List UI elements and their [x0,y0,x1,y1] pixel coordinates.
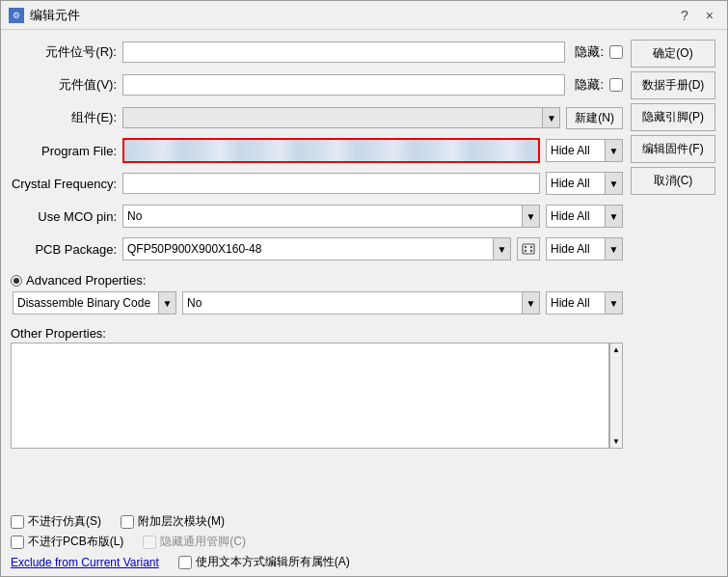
program-file-hide-arrow[interactable]: ▼ [605,140,622,161]
add-hierarchy-label: 附加层次模块(M) [138,513,225,530]
edit-firmware-button[interactable]: 编辑固件(F) [631,135,715,163]
other-label: Other Properties: [11,326,623,341]
exclude-variant-item: Exclude from Current Variant [11,554,159,570]
program-file-input[interactable] [124,140,538,161]
hide-common-label: 隐藏通用管脚(C) [160,534,246,550]
no-sim-label: 不进行仿真(S) [28,513,101,530]
hide-common-checkbox [143,536,156,549]
group-label: 组件(E): [11,109,117,126]
pcb-label: PCB Package: [11,242,117,257]
other-textarea-area: ▲ ▼ [11,343,623,449]
crystal-label: Crystal Frequency: [11,177,117,191]
svg-point-6 [530,250,532,252]
no-sim-checkbox[interactable] [11,515,24,529]
main-window: ⚙ 编辑元件 ? × 元件位号(R): U2 隐藏: [0,0,728,577]
val-hidden-checkbox[interactable] [609,78,623,92]
close-button[interactable]: × [700,6,719,25]
program-file-label: Program File: [11,144,117,158]
titlebar-left: ⚙ 编辑元件 [9,7,80,24]
other-props-section: Other Properties: ▲ ▼ [11,326,623,449]
pcb-hide-arrow[interactable]: ▼ [605,238,622,260]
mco-dropdown-arrow[interactable]: ▼ [522,206,539,227]
ref-label: 元件位号(R): [11,43,117,61]
program-file-row: Program File: Hide All ▼ [11,138,623,163]
ref-hidden-checkbox[interactable] [609,45,623,59]
advanced-label: Advanced Properties: [26,273,146,288]
program-file-wrapper [122,138,540,163]
window-title: 编辑元件 [30,7,80,24]
val-label: 元件值(V): [11,76,117,94]
no-pcb-item: 不进行PCB布版(L) [11,534,123,550]
footer: 不进行仿真(S) 附加层次模块(M) 不进行PCB布版(L) 隐藏通用管脚(C)… [1,508,727,576]
pcb-icon-button[interactable] [517,237,540,261]
footer-row-2: 不进行PCB布版(L) 隐藏通用管脚(C) [11,534,717,550]
val-input[interactable]: STM32F103C6 [122,74,565,96]
manual-button[interactable]: 数据手册(D) [631,71,715,99]
use-text-item: 使用文本方式编辑所有属性(A) [178,554,350,570]
ref-row: 元件位号(R): U2 隐藏: [11,40,623,65]
side-panel: 确定(O) 数据手册(D) 隐藏引脚(P) 编辑固件(F) 取消(C) [631,40,717,498]
pcb-row: PCB Package: QFP50P900X900X160-48 ▼ [11,236,623,261]
crystal-hide-all[interactable]: Hide All ▼ [546,172,623,195]
scroll-down-arrow[interactable]: ▼ [610,435,622,448]
cancel-button[interactable]: 取消(C) [631,167,715,195]
pcb-hide-all[interactable]: Hide All ▼ [546,237,623,261]
advanced-section: Advanced Properties: Disassemble Binary … [11,273,623,315]
mco-hide-arrow[interactable]: ▼ [605,206,622,227]
svg-point-4 [530,246,532,248]
use-text-label: 使用文本方式编辑所有属性(A) [196,554,350,570]
disassemble-hide-all[interactable]: Hide All ▼ [546,291,623,315]
disassemble-hide-arrow[interactable]: ▼ [605,292,622,314]
ref-input[interactable]: U2 [122,41,565,63]
svg-point-5 [525,250,526,252]
other-textarea[interactable] [11,343,609,449]
val-row: 元件值(V): STM32F103C6 隐藏: [11,72,623,97]
group-row: 组件(E): ▼ 新建(N) [11,105,623,130]
titlebar-controls: ? × [675,6,719,25]
footer-row-3: Exclude from Current Variant 使用文本方式编辑所有属… [11,554,717,570]
confirm-button[interactable]: 确定(O) [631,40,715,68]
scroll-up-arrow[interactable]: ▲ [610,343,622,356]
mco-select[interactable]: No ▼ [122,205,540,228]
mco-label: Use MCO pin: [11,209,117,224]
disassemble-value-arrow[interactable]: ▼ [522,292,539,314]
svg-text:⚙: ⚙ [13,11,20,20]
advanced-row: Disassemble Binary Code ▼ No ▼ Hide All … [11,291,623,315]
pcb-select[interactable]: QFP50P900X900X160-48 ▼ [122,237,511,261]
no-sim-item: 不进行仿真(S) [11,513,101,530]
exclude-variant-label[interactable]: Exclude from Current Variant [11,556,159,569]
add-hierarchy-item: 附加层次模块(M) [121,513,225,530]
pcb-dropdown-arrow[interactable]: ▼ [493,238,510,260]
advanced-title-row: Advanced Properties: [11,273,623,288]
titlebar: ⚙ 编辑元件 ? × [1,1,727,30]
disassemble-select[interactable]: Disassemble Binary Code ▼ [13,291,176,315]
crystal-hide-arrow[interactable]: ▼ [605,173,622,194]
help-button[interactable]: ? [675,6,694,25]
val-hidden-label: 隐藏: [575,76,604,94]
mco-row: Use MCO pin: No ▼ Hide All ▼ [11,204,623,229]
footer-row-1: 不进行仿真(S) 附加层次模块(M) [11,513,717,530]
use-text-checkbox[interactable] [178,556,192,569]
no-pcb-label: 不进行PCB布版(L) [28,534,123,550]
add-hierarchy-checkbox[interactable] [121,515,134,529]
svg-rect-2 [523,244,534,254]
content-area: 元件位号(R): U2 隐藏: 元件值(V): STM32F103C6 隐藏: … [1,30,727,508]
disassemble-value-select[interactable]: No ▼ [182,291,540,315]
crystal-row: Crystal Frequency: 8M Hide All ▼ [11,171,623,196]
crystal-input[interactable]: 8M [122,173,540,194]
disassemble-dropdown-arrow[interactable]: ▼ [158,292,175,314]
hide-common-item: 隐藏通用管脚(C) [143,534,246,550]
new-group-button[interactable]: 新建(N) [566,107,623,129]
mco-hide-all[interactable]: Hide All ▼ [546,205,623,228]
window-icon: ⚙ [9,8,24,23]
other-scrollbar[interactable]: ▲ ▼ [609,343,623,449]
svg-point-3 [525,246,526,248]
no-pcb-checkbox[interactable] [11,536,24,549]
main-panel: 元件位号(R): U2 隐藏: 元件值(V): STM32F103C6 隐藏: … [11,40,623,498]
ref-hidden-label: 隐藏: [575,43,604,61]
program-file-hide-all[interactable]: Hide All ▼ [546,139,623,162]
advanced-radio[interactable] [11,275,22,287]
hide-pins-button[interactable]: 隐藏引脚(P) [631,103,715,131]
group-dropdown-arrow[interactable]: ▼ [542,108,559,127]
